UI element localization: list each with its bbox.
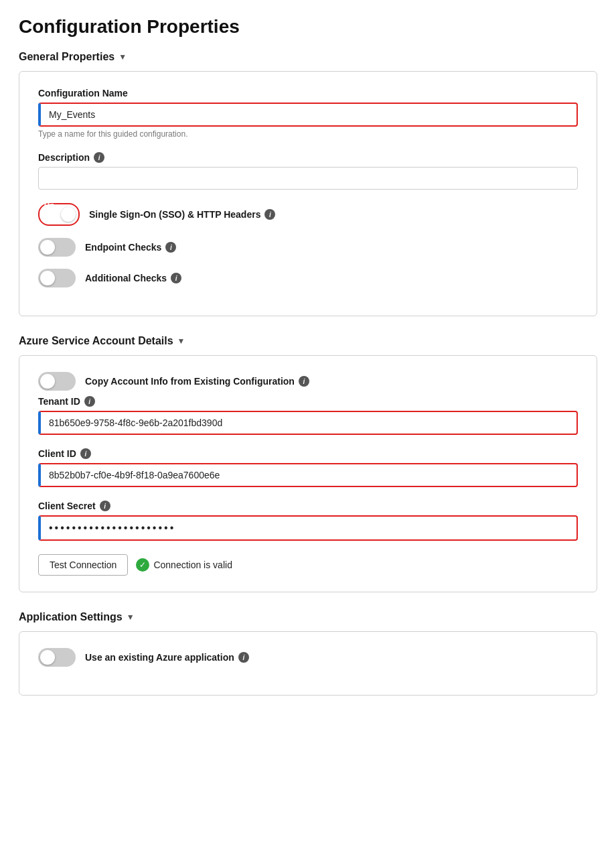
app-settings-card: Use an existing Azure application i [19, 631, 597, 696]
endpoint-checks-knob [40, 240, 55, 255]
azure-section-chevron-icon: ▼ [177, 336, 185, 346]
client-secret-info-icon[interactable]: i [100, 501, 110, 511]
app-settings-label: Application Settings [19, 611, 123, 623]
use-existing-knob [40, 650, 55, 665]
use-existing-label-text: Use an existing Azure application [85, 652, 234, 663]
endpoint-checks-toggle-wrap [38, 238, 76, 257]
general-properties-card: Configuration Name Type a name for this … [19, 71, 597, 316]
client-id-info-icon[interactable]: i [80, 448, 91, 459]
copy-account-toggle-wrap [38, 372, 76, 391]
use-existing-toggle-wrap [38, 648, 76, 667]
azure-service-account-card: Copy Account Info from Existing Configur… [19, 355, 597, 592]
client-secret-input[interactable] [38, 515, 578, 541]
config-name-label: Configuration Name [38, 88, 578, 99]
additional-checks-toggle-wrap [38, 269, 76, 287]
additional-checks-label: Additional Checks i [85, 273, 181, 283]
sso-info-icon[interactable]: i [264, 209, 275, 220]
use-existing-info-icon[interactable]: i [238, 652, 249, 663]
tenant-id-input[interactable] [38, 411, 578, 435]
azure-section-header[interactable]: Azure Service Account Details ▼ [19, 335, 597, 347]
connection-valid-icon: ✓ [136, 558, 149, 572]
page-title: Configuration Properties [19, 16, 597, 38]
client-secret-group: Client Secret i [38, 501, 578, 541]
copy-account-label: Copy Account Info from Existing Configur… [85, 376, 309, 387]
endpoint-checks-info-icon[interactable]: i [165, 242, 176, 253]
client-id-label: Client ID [38, 448, 76, 459]
copy-account-knob [40, 374, 55, 389]
additional-checks-toggle-row: Additional Checks i [38, 269, 578, 287]
client-secret-label-row: Client Secret i [38, 501, 578, 511]
copy-account-toggle-row: Copy Account Info from Existing Configur… [38, 372, 578, 391]
sso-toggle-row: On Single Sign-On (SSO) & HTTP Headers i [38, 203, 578, 226]
app-settings-chevron-icon: ▼ [127, 612, 135, 622]
tenant-id-label: Tenant ID [38, 396, 80, 407]
tenant-id-info-icon[interactable]: i [84, 396, 95, 407]
endpoint-checks-label: Endpoint Checks i [85, 242, 176, 253]
client-secret-label: Client Secret [38, 501, 96, 511]
connection-status-text: Connection is valid [153, 560, 232, 570]
use-existing-toggle[interactable] [38, 648, 76, 667]
connection-status: ✓ Connection is valid [136, 558, 232, 572]
endpoint-checks-toggle-row: Endpoint Checks i [38, 238, 578, 257]
sso-toggle-knob [61, 207, 76, 222]
sso-on-label: On [44, 201, 54, 209]
description-group: Description i [38, 152, 578, 190]
config-name-group: Configuration Name Type a name for this … [38, 88, 578, 139]
use-existing-toggle-row: Use an existing Azure application i [38, 648, 578, 667]
client-id-group: Client ID i [38, 448, 578, 487]
additional-checks-info-icon[interactable]: i [171, 273, 181, 283]
additional-checks-knob [40, 271, 55, 285]
general-properties-label: General Properties [19, 51, 114, 63]
copy-account-info-icon[interactable]: i [299, 376, 309, 387]
config-name-hint: Type a name for this guided configuratio… [38, 129, 578, 139]
tenant-id-group: Tenant ID i [38, 396, 578, 435]
use-existing-label: Use an existing Azure application i [85, 652, 249, 663]
description-info-icon[interactable]: i [94, 152, 104, 163]
general-properties-chevron-icon: ▼ [119, 52, 127, 62]
sso-toggle-wrap: On [40, 205, 78, 224]
test-connection-row: Test Connection ✓ Connection is valid [38, 554, 578, 576]
client-id-input[interactable] [38, 463, 578, 487]
check-icon: ✓ [139, 560, 146, 570]
azure-section-label: Azure Service Account Details [19, 335, 173, 347]
sso-label-text: Single Sign-On (SSO) & HTTP Headers [89, 209, 260, 220]
additional-checks-toggle[interactable] [38, 269, 76, 287]
test-connection-button[interactable]: Test Connection [38, 554, 128, 576]
description-input[interactable] [38, 167, 578, 190]
additional-checks-label-text: Additional Checks [85, 273, 167, 283]
description-label-row: Description i [38, 152, 578, 163]
config-name-input[interactable] [38, 103, 578, 127]
sso-toggle-border: On [38, 203, 80, 226]
copy-account-label-text: Copy Account Info from Existing Configur… [85, 376, 295, 387]
endpoint-checks-label-text: Endpoint Checks [85, 242, 161, 253]
general-properties-header[interactable]: General Properties ▼ [19, 51, 597, 63]
app-settings-header[interactable]: Application Settings ▼ [19, 611, 597, 623]
client-id-label-row: Client ID i [38, 448, 578, 459]
endpoint-checks-toggle[interactable] [38, 238, 76, 257]
description-label: Description [38, 152, 90, 163]
tenant-id-label-row: Tenant ID i [38, 396, 578, 407]
sso-toggle-label: Single Sign-On (SSO) & HTTP Headers i [89, 209, 275, 220]
copy-account-toggle[interactable] [38, 372, 76, 391]
